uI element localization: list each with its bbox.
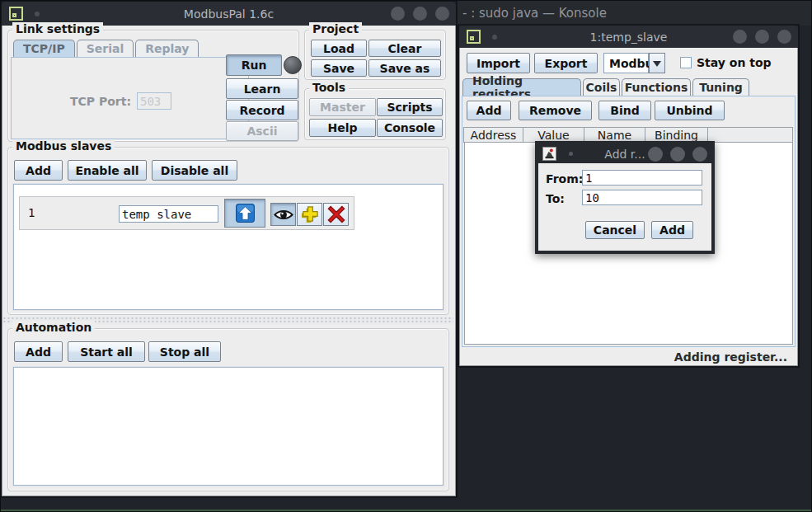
dialog-body: From: To: Cancel Add xyxy=(538,163,711,251)
desktop: - : sudo java — Konsole ModbusPal 1.6c L… xyxy=(0,0,812,512)
from-label: From: xyxy=(546,172,583,186)
from-input[interactable] xyxy=(582,170,702,186)
pin-icon xyxy=(492,35,497,40)
enable-all-button[interactable]: Enable all xyxy=(68,160,147,181)
tab-tcpip[interactable]: TCP/IP xyxy=(13,40,75,57)
slave-list: 1 xyxy=(13,184,444,310)
main-window-body: Link settings TCP/IP Serial Replay TCP P… xyxy=(2,26,456,496)
dialog-titlebar[interactable]: Add r... xyxy=(538,144,711,163)
add-register-button[interactable]: Add xyxy=(467,101,511,120)
delete-icon xyxy=(327,205,345,223)
tools-group: Tools Master Scripts Help Console xyxy=(304,88,446,140)
cancel-button[interactable]: Cancel xyxy=(585,221,645,239)
disable-all-button[interactable]: Disable all xyxy=(152,160,237,181)
close-button[interactable] xyxy=(435,7,449,21)
tab-holding-registers[interactable]: Holding registers xyxy=(462,78,581,96)
tab-coils[interactable]: Coils xyxy=(583,78,620,96)
minimize-button[interactable] xyxy=(391,7,405,21)
konsole-titlebar[interactable]: - : sudo java — Konsole xyxy=(457,1,812,26)
tab-replay[interactable]: Replay xyxy=(135,40,199,57)
table-header-empty[interactable] xyxy=(707,127,793,143)
plus-icon xyxy=(300,205,319,224)
slave-delete-button[interactable] xyxy=(323,203,349,226)
to-input[interactable] xyxy=(582,190,702,205)
slave-window-titlebar[interactable]: 1:temp_slave xyxy=(459,26,798,48)
status-bar: Adding register... xyxy=(460,347,797,366)
tcp-port-label: TCP Port: xyxy=(20,95,131,108)
ascii-button[interactable]: Ascii xyxy=(226,121,298,141)
modbuspal-window: ModbusPal 1.6c Link settings TCP/IP Seri… xyxy=(2,2,456,496)
tcp-port-field[interactable] xyxy=(137,92,171,110)
run-led-indicator xyxy=(284,56,302,74)
stop-all-button[interactable]: Stop all xyxy=(148,341,221,362)
status-text: Adding register... xyxy=(674,350,787,364)
combo-arrow-button[interactable] xyxy=(649,53,665,73)
remove-register-button[interactable]: Remove xyxy=(519,101,592,120)
load-button[interactable]: Load xyxy=(311,40,367,57)
clear-button[interactable]: Clear xyxy=(368,40,441,57)
import-button[interactable]: Import xyxy=(467,53,530,73)
pin-icon xyxy=(569,152,573,156)
save-button[interactable]: Save xyxy=(311,59,367,77)
link-settings-legend: Link settings xyxy=(12,22,103,35)
tab-tuning[interactable]: Tuning xyxy=(692,78,749,96)
window-menu-icon[interactable] xyxy=(9,7,23,21)
stay-on-top-label: Stay on top xyxy=(697,56,772,69)
learn-button[interactable]: Learn xyxy=(226,78,298,99)
pin-icon xyxy=(35,12,40,16)
save-as-button[interactable]: Save as xyxy=(368,59,441,77)
slave-row: 1 xyxy=(19,196,354,230)
export-button[interactable]: Export xyxy=(534,53,598,73)
slave-enabled-toggle[interactable] xyxy=(224,199,265,228)
maximize-button[interactable] xyxy=(755,30,769,44)
project-group: Project Load Clear Save Save as xyxy=(304,30,446,80)
slave-show-button[interactable] xyxy=(270,203,296,226)
slave-name-input[interactable] xyxy=(119,205,218,223)
modbuspal-app-icon xyxy=(542,147,556,161)
main-window-title: ModbusPal 1.6c xyxy=(2,7,456,21)
console-button[interactable]: Console xyxy=(377,119,443,137)
unbind-button[interactable]: Unbind xyxy=(655,101,725,120)
maximize-button[interactable] xyxy=(670,147,685,162)
protocol-combobox[interactable]: Modbus xyxy=(603,53,649,73)
master-button[interactable]: Master xyxy=(309,98,376,116)
add-registers-dialog: Add r... From: To: Cancel Add xyxy=(535,141,715,254)
automation-legend: Automation xyxy=(12,321,95,334)
tab-serial[interactable]: Serial xyxy=(77,40,134,57)
help-button[interactable]: Help xyxy=(309,119,376,137)
automation-list xyxy=(13,367,444,486)
minimize-button[interactable] xyxy=(648,147,663,162)
minimize-button[interactable] xyxy=(733,30,747,44)
chevron-down-icon xyxy=(653,61,661,71)
add-automation-button[interactable]: Add xyxy=(14,341,63,362)
record-button[interactable]: Record xyxy=(226,100,298,120)
close-button[interactable] xyxy=(777,30,791,44)
automation-group: Automation Add Start all Stop all xyxy=(7,328,449,491)
table-header-address[interactable]: Address xyxy=(463,127,523,143)
maximize-button[interactable] xyxy=(413,7,427,21)
to-label: To: xyxy=(546,192,565,205)
stay-on-top-checkbox[interactable] xyxy=(680,57,692,68)
konsole-title: - : sudo java — Konsole xyxy=(457,1,812,21)
up-arrow-icon xyxy=(235,203,256,223)
eye-icon xyxy=(274,209,293,221)
add-button[interactable]: Add xyxy=(651,221,693,239)
close-button[interactable] xyxy=(692,147,707,162)
project-legend: Project xyxy=(309,22,362,35)
modbus-slaves-group: Modbus slaves Add Enable all Disable all… xyxy=(7,147,449,315)
tcpip-panel: TCP Port: xyxy=(11,57,249,139)
run-button[interactable]: Run xyxy=(226,54,282,76)
tab-functions[interactable]: Functions xyxy=(622,78,691,96)
slave-duplicate-button[interactable] xyxy=(297,203,322,226)
start-all-button[interactable]: Start all xyxy=(68,341,145,362)
link-settings-group: Link settings TCP/IP Serial Replay TCP P… xyxy=(7,30,299,142)
slave-id: 1 xyxy=(28,206,35,219)
add-slave-button[interactable]: Add xyxy=(14,160,63,181)
modbus-slaves-legend: Modbus slaves xyxy=(12,139,115,153)
tools-legend: Tools xyxy=(309,81,349,94)
scripts-button[interactable]: Scripts xyxy=(377,98,443,116)
window-menu-icon[interactable] xyxy=(467,30,481,44)
bind-button[interactable]: Bind xyxy=(598,101,651,120)
